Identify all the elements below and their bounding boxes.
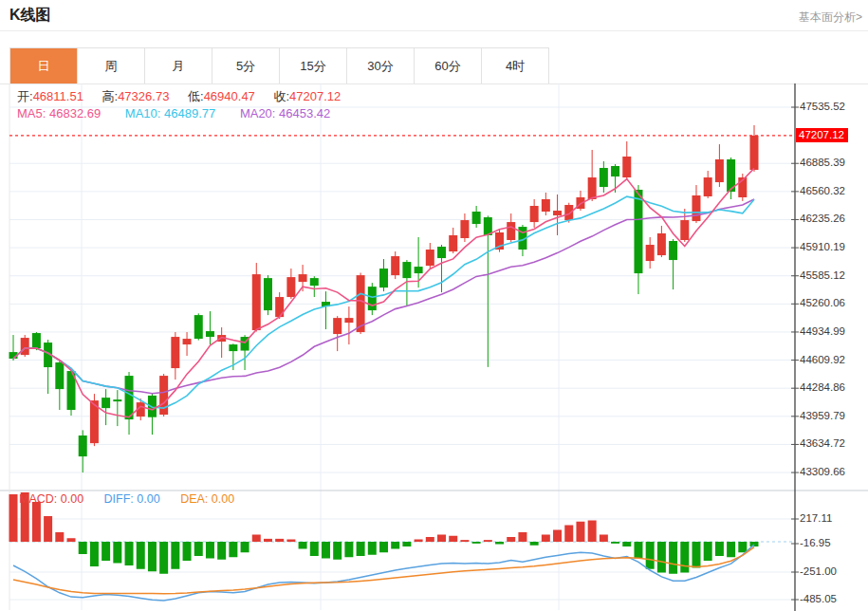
low-label: 低:: [188, 89, 204, 103]
macd-bar: [646, 542, 655, 569]
candle[interactable]: [472, 206, 481, 228]
macd-bar: [252, 535, 261, 543]
macd-bar: [206, 542, 214, 559]
y-axis-label: 46235.26: [800, 213, 845, 224]
candle[interactable]: [391, 251, 399, 279]
candle[interactable]: [646, 237, 655, 268]
macd-bar: [9, 494, 18, 542]
candle[interactable]: [310, 276, 319, 297]
macd-bar: [611, 542, 619, 544]
open-value: 46811.51: [33, 89, 83, 103]
macd-bar: [715, 542, 724, 556]
candle[interactable]: [657, 226, 666, 257]
candle[interactable]: [530, 199, 539, 228]
candle[interactable]: [183, 332, 192, 356]
macd-y-axis-label: -251.00: [800, 565, 837, 577]
candle[interactable]: [102, 389, 110, 425]
macd-bar: [530, 542, 539, 546]
candle[interactable]: [704, 171, 712, 198]
candle[interactable]: [286, 268, 295, 299]
candle[interactable]: [750, 125, 759, 172]
candle[interactable]: [368, 283, 377, 315]
candle[interactable]: [680, 209, 689, 242]
candle[interactable]: [333, 316, 342, 351]
candle[interactable]: [32, 332, 41, 350]
diff-value: DIFF: 0.00: [104, 492, 160, 506]
candle[interactable]: [692, 185, 700, 223]
candle[interactable]: [275, 292, 284, 319]
macd-bar: [657, 542, 666, 573]
candle[interactable]: [344, 306, 353, 344]
candle[interactable]: [426, 243, 434, 268]
candle[interactable]: [449, 228, 457, 253]
macd-bar: [727, 542, 735, 557]
high-label: 高:: [102, 89, 119, 103]
y-axis-label: 43309.66: [800, 466, 845, 477]
macd-bar: [113, 542, 121, 564]
candle[interactable]: [437, 245, 446, 292]
ma10-readout: MA10: 46489.77: [125, 106, 215, 120]
macd-bar: [576, 522, 584, 542]
macd-bar: [449, 536, 457, 542]
high-value: 47326.73: [118, 89, 169, 103]
y-axis-label: 45910.19: [800, 241, 845, 252]
macd-bar: [391, 542, 399, 549]
low-value: 46940.47: [204, 89, 255, 103]
candle[interactable]: [264, 275, 272, 315]
candle[interactable]: [669, 239, 677, 289]
kline-page: K线图 基本面分析> 日 周 月 5分 15分 30分 60分 4时 开:468…: [0, 0, 868, 611]
macd-bar: [564, 526, 573, 543]
macd-bar: [680, 542, 689, 573]
candle[interactable]: [600, 161, 608, 193]
ohlc-readout: 开:46811.51 高:47326.73 低:46940.47 收:47207…: [17, 88, 356, 105]
candle[interactable]: [553, 194, 562, 235]
y-axis-label: 44934.99: [800, 325, 845, 337]
macd-bar: [183, 542, 192, 561]
candle[interactable]: [79, 430, 87, 472]
macd-bar: [102, 542, 110, 561]
macd-bar: [90, 542, 99, 566]
macd-bar: [32, 502, 41, 542]
candle[interactable]: [55, 361, 64, 410]
macd-y-axis-label: 217.11: [800, 512, 832, 524]
candle[interactable]: [194, 313, 203, 340]
candle[interactable]: [634, 185, 642, 294]
candle[interactable]: [125, 372, 134, 435]
macd-bar: [159, 542, 168, 574]
candle[interactable]: [21, 335, 29, 357]
candle[interactable]: [542, 193, 550, 215]
candle[interactable]: [171, 332, 179, 380]
macd-bar: [44, 516, 52, 542]
dea-value: DEA: 0.00: [180, 492, 234, 506]
macd-bar: [518, 532, 526, 542]
macd-bar: [344, 542, 353, 557]
macd-bar: [495, 542, 504, 545]
candle[interactable]: [379, 259, 388, 291]
candle[interactable]: [495, 230, 504, 252]
close-value: 47207.12: [289, 89, 341, 103]
candle[interactable]: [44, 340, 52, 394]
candle[interactable]: [148, 393, 157, 435]
macd-y-axis-label: -16.95: [800, 537, 831, 548]
candle[interactable]: [715, 144, 724, 187]
candle[interactable]: [206, 311, 214, 344]
candle[interactable]: [159, 374, 168, 417]
candle[interactable]: [588, 150, 597, 201]
macd-bar: [472, 542, 481, 544]
macd-bar: [426, 537, 434, 542]
candle[interactable]: [460, 213, 469, 242]
candle[interactable]: [622, 141, 631, 179]
candle[interactable]: [113, 390, 121, 426]
candle[interactable]: [322, 291, 330, 329]
macd-bar: [171, 542, 179, 569]
candle[interactable]: [576, 191, 584, 211]
macd-bar: [484, 540, 492, 542]
candle[interactable]: [252, 263, 261, 331]
candle[interactable]: [484, 215, 492, 366]
open-label: 开:: [17, 89, 33, 103]
y-axis-label: 44284.86: [800, 381, 845, 393]
macd-bar: [217, 542, 226, 560]
macd-bar: [507, 537, 515, 542]
macd-bar: [241, 542, 249, 552]
macd-bar: [368, 542, 377, 555]
